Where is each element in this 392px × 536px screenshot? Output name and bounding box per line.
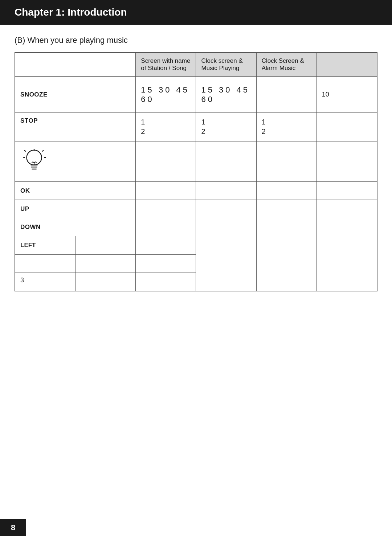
table-row-up: UP (15, 200, 377, 218)
snooze-label: SNOOZE (15, 77, 136, 113)
light-cell (15, 142, 136, 182)
up-col2 (196, 200, 256, 218)
header-col4 (317, 53, 377, 77)
down-col3 (256, 218, 317, 236)
up-label: UP (15, 200, 136, 218)
header-col2: Clock screen & Music Playing (196, 53, 256, 77)
svg-line-6 (42, 151, 44, 152)
table-row-down: DOWN (15, 218, 377, 236)
left-sub-col (75, 236, 136, 291)
down-col2 (196, 218, 256, 236)
left-sub-number: 3 (15, 273, 75, 291)
light-col3 (256, 142, 317, 182)
snooze-col1: 15 30 45 60 (136, 77, 196, 113)
down-label: DOWN (15, 218, 136, 236)
light-col2 (196, 142, 256, 182)
stop-col2: 1 2 (196, 113, 256, 142)
left-sub-empty1 (15, 254, 75, 273)
left-col2 (196, 236, 256, 291)
ok-label: OK (15, 182, 136, 200)
section-title: (B) When you are playing music (15, 36, 377, 45)
left-label: LEFT (15, 236, 75, 254)
snooze-col3 (256, 77, 317, 113)
stop-col3: 1 2 (256, 113, 317, 142)
up-col1 (136, 200, 196, 218)
table-row-stop: STOP 1 2 1 2 1 2 (15, 113, 377, 142)
page-number: 8 (0, 519, 26, 536)
lightbulb-icon (23, 148, 46, 173)
header-col3: Clock Screen & Alarm Music (256, 53, 317, 77)
table-row-left: LEFT 3 (15, 236, 377, 291)
down-col1 (136, 218, 196, 236)
down-col4 (317, 218, 377, 236)
up-col3 (256, 200, 317, 218)
left-label-outer: LEFT 3 (15, 236, 75, 291)
header-col0 (15, 53, 136, 77)
ok-col3 (256, 182, 317, 200)
stop-label: STOP (15, 113, 136, 142)
ok-col4 (317, 182, 377, 200)
light-col4 (317, 142, 377, 182)
up-col4 (317, 200, 377, 218)
main-table: Screen with name of Station / Song Clock… (15, 52, 377, 291)
header-col1: Screen with name of Station / Song (136, 53, 196, 77)
ok-col2 (196, 182, 256, 200)
light-col1 (136, 142, 196, 182)
left-col4 (317, 236, 377, 291)
left-col1 (136, 236, 196, 291)
chapter-header: Chapter 1: Introduction (0, 0, 392, 25)
stop-col4 (317, 113, 377, 142)
table-row-light (15, 142, 377, 182)
table-header-row: Screen with name of Station / Song Clock… (15, 53, 377, 77)
snooze-col4: 10 (317, 77, 377, 113)
stop-col1: 1 2 (136, 113, 196, 142)
svg-line-7 (24, 151, 26, 152)
ok-col1 (136, 182, 196, 200)
table-row-snooze: SNOOZE 15 30 45 60 15 30 45 60 10 (15, 77, 377, 113)
table-row-ok: OK (15, 182, 377, 200)
left-col3 (256, 236, 317, 291)
snooze-col2: 15 30 45 60 (196, 77, 256, 113)
